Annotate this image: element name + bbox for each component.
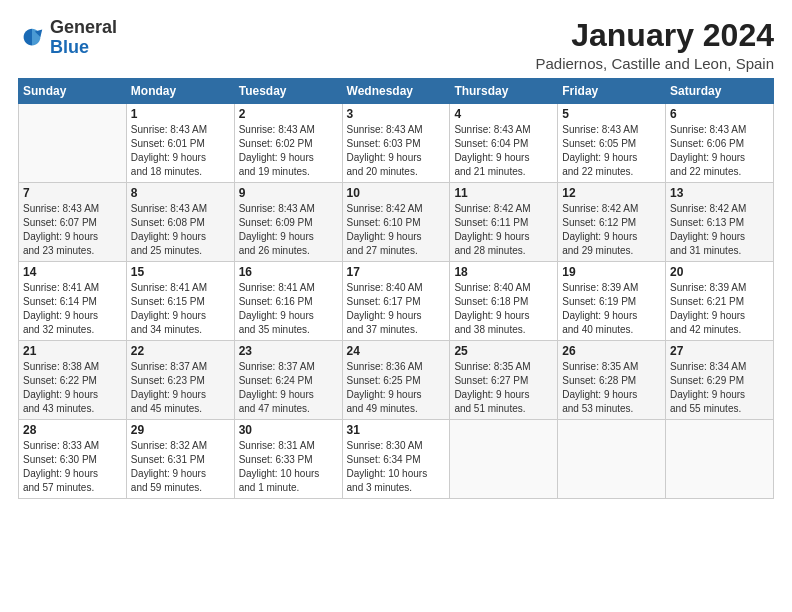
main-container: General Blue January 2024 Padiernos, Cas… <box>0 0 792 509</box>
day-number: 31 <box>347 423 446 437</box>
day-details: Sunrise: 8:42 AM Sunset: 6:11 PM Dayligh… <box>454 202 553 258</box>
day-details: Sunrise: 8:30 AM Sunset: 6:34 PM Dayligh… <box>347 439 446 495</box>
day-number: 18 <box>454 265 553 279</box>
day-details: Sunrise: 8:34 AM Sunset: 6:29 PM Dayligh… <box>670 360 769 416</box>
calendar-cell: 11Sunrise: 8:42 AM Sunset: 6:11 PM Dayli… <box>450 183 558 262</box>
day-number: 10 <box>347 186 446 200</box>
day-details: Sunrise: 8:38 AM Sunset: 6:22 PM Dayligh… <box>23 360 122 416</box>
logo-text: General Blue <box>50 18 117 58</box>
day-details: Sunrise: 8:43 AM Sunset: 6:05 PM Dayligh… <box>562 123 661 179</box>
logo-blue: Blue <box>50 37 89 57</box>
calendar-cell: 3Sunrise: 8:43 AM Sunset: 6:03 PM Daylig… <box>342 104 450 183</box>
day-number: 17 <box>347 265 446 279</box>
logo-icon <box>18 24 46 52</box>
calendar-cell: 8Sunrise: 8:43 AM Sunset: 6:08 PM Daylig… <box>126 183 234 262</box>
title-block: January 2024 Padiernos, Castille and Leo… <box>536 18 775 72</box>
weekday-header-saturday: Saturday <box>666 79 774 104</box>
day-number: 26 <box>562 344 661 358</box>
weekday-header-wednesday: Wednesday <box>342 79 450 104</box>
calendar-cell <box>450 420 558 499</box>
calendar-cell: 28Sunrise: 8:33 AM Sunset: 6:30 PM Dayli… <box>19 420 127 499</box>
day-number: 15 <box>131 265 230 279</box>
day-details: Sunrise: 8:31 AM Sunset: 6:33 PM Dayligh… <box>239 439 338 495</box>
calendar-cell: 9Sunrise: 8:43 AM Sunset: 6:09 PM Daylig… <box>234 183 342 262</box>
day-number: 9 <box>239 186 338 200</box>
calendar-cell: 10Sunrise: 8:42 AM Sunset: 6:10 PM Dayli… <box>342 183 450 262</box>
weekday-header-row: SundayMondayTuesdayWednesdayThursdayFrid… <box>19 79 774 104</box>
calendar-cell: 16Sunrise: 8:41 AM Sunset: 6:16 PM Dayli… <box>234 262 342 341</box>
day-number: 30 <box>239 423 338 437</box>
day-number: 5 <box>562 107 661 121</box>
calendar-cell: 27Sunrise: 8:34 AM Sunset: 6:29 PM Dayli… <box>666 341 774 420</box>
day-details: Sunrise: 8:43 AM Sunset: 6:09 PM Dayligh… <box>239 202 338 258</box>
calendar-week-row: 14Sunrise: 8:41 AM Sunset: 6:14 PM Dayli… <box>19 262 774 341</box>
day-number: 29 <box>131 423 230 437</box>
day-details: Sunrise: 8:43 AM Sunset: 6:03 PM Dayligh… <box>347 123 446 179</box>
calendar-week-row: 7Sunrise: 8:43 AM Sunset: 6:07 PM Daylig… <box>19 183 774 262</box>
day-details: Sunrise: 8:43 AM Sunset: 6:08 PM Dayligh… <box>131 202 230 258</box>
day-details: Sunrise: 8:43 AM Sunset: 6:04 PM Dayligh… <box>454 123 553 179</box>
calendar-cell: 14Sunrise: 8:41 AM Sunset: 6:14 PM Dayli… <box>19 262 127 341</box>
day-number: 28 <box>23 423 122 437</box>
day-number: 25 <box>454 344 553 358</box>
calendar-cell: 2Sunrise: 8:43 AM Sunset: 6:02 PM Daylig… <box>234 104 342 183</box>
header: General Blue January 2024 Padiernos, Cas… <box>18 18 774 72</box>
day-details: Sunrise: 8:33 AM Sunset: 6:30 PM Dayligh… <box>23 439 122 495</box>
calendar-cell: 17Sunrise: 8:40 AM Sunset: 6:17 PM Dayli… <box>342 262 450 341</box>
day-details: Sunrise: 8:36 AM Sunset: 6:25 PM Dayligh… <box>347 360 446 416</box>
day-details: Sunrise: 8:37 AM Sunset: 6:23 PM Dayligh… <box>131 360 230 416</box>
day-number: 12 <box>562 186 661 200</box>
calendar-cell: 18Sunrise: 8:40 AM Sunset: 6:18 PM Dayli… <box>450 262 558 341</box>
calendar-cell <box>558 420 666 499</box>
day-number: 27 <box>670 344 769 358</box>
day-details: Sunrise: 8:42 AM Sunset: 6:13 PM Dayligh… <box>670 202 769 258</box>
calendar-cell: 30Sunrise: 8:31 AM Sunset: 6:33 PM Dayli… <box>234 420 342 499</box>
calendar-cell: 12Sunrise: 8:42 AM Sunset: 6:12 PM Dayli… <box>558 183 666 262</box>
day-number: 4 <box>454 107 553 121</box>
weekday-header-sunday: Sunday <box>19 79 127 104</box>
calendar-week-row: 1Sunrise: 8:43 AM Sunset: 6:01 PM Daylig… <box>19 104 774 183</box>
day-details: Sunrise: 8:40 AM Sunset: 6:18 PM Dayligh… <box>454 281 553 337</box>
day-number: 20 <box>670 265 769 279</box>
calendar-week-row: 28Sunrise: 8:33 AM Sunset: 6:30 PM Dayli… <box>19 420 774 499</box>
day-number: 21 <box>23 344 122 358</box>
day-details: Sunrise: 8:43 AM Sunset: 6:06 PM Dayligh… <box>670 123 769 179</box>
day-details: Sunrise: 8:35 AM Sunset: 6:27 PM Dayligh… <box>454 360 553 416</box>
day-number: 2 <box>239 107 338 121</box>
calendar-cell: 26Sunrise: 8:35 AM Sunset: 6:28 PM Dayli… <box>558 341 666 420</box>
day-number: 13 <box>670 186 769 200</box>
calendar-cell: 19Sunrise: 8:39 AM Sunset: 6:19 PM Dayli… <box>558 262 666 341</box>
day-number: 23 <box>239 344 338 358</box>
day-details: Sunrise: 8:41 AM Sunset: 6:16 PM Dayligh… <box>239 281 338 337</box>
calendar-cell: 20Sunrise: 8:39 AM Sunset: 6:21 PM Dayli… <box>666 262 774 341</box>
calendar-table: SundayMondayTuesdayWednesdayThursdayFrid… <box>18 78 774 499</box>
day-number: 11 <box>454 186 553 200</box>
day-details: Sunrise: 8:37 AM Sunset: 6:24 PM Dayligh… <box>239 360 338 416</box>
day-details: Sunrise: 8:32 AM Sunset: 6:31 PM Dayligh… <box>131 439 230 495</box>
day-details: Sunrise: 8:42 AM Sunset: 6:10 PM Dayligh… <box>347 202 446 258</box>
logo-general: General <box>50 17 117 37</box>
calendar-cell: 22Sunrise: 8:37 AM Sunset: 6:23 PM Dayli… <box>126 341 234 420</box>
location-title: Padiernos, Castille and Leon, Spain <box>536 55 775 72</box>
day-details: Sunrise: 8:43 AM Sunset: 6:01 PM Dayligh… <box>131 123 230 179</box>
weekday-header-tuesday: Tuesday <box>234 79 342 104</box>
day-number: 19 <box>562 265 661 279</box>
day-details: Sunrise: 8:39 AM Sunset: 6:21 PM Dayligh… <box>670 281 769 337</box>
day-details: Sunrise: 8:41 AM Sunset: 6:15 PM Dayligh… <box>131 281 230 337</box>
calendar-cell: 15Sunrise: 8:41 AM Sunset: 6:15 PM Dayli… <box>126 262 234 341</box>
weekday-header-monday: Monday <box>126 79 234 104</box>
calendar-cell: 5Sunrise: 8:43 AM Sunset: 6:05 PM Daylig… <box>558 104 666 183</box>
day-number: 7 <box>23 186 122 200</box>
calendar-cell: 21Sunrise: 8:38 AM Sunset: 6:22 PM Dayli… <box>19 341 127 420</box>
day-number: 14 <box>23 265 122 279</box>
month-title: January 2024 <box>536 18 775 53</box>
calendar-cell: 25Sunrise: 8:35 AM Sunset: 6:27 PM Dayli… <box>450 341 558 420</box>
calendar-cell: 29Sunrise: 8:32 AM Sunset: 6:31 PM Dayli… <box>126 420 234 499</box>
calendar-cell: 4Sunrise: 8:43 AM Sunset: 6:04 PM Daylig… <box>450 104 558 183</box>
logo: General Blue <box>18 18 117 58</box>
calendar-cell: 13Sunrise: 8:42 AM Sunset: 6:13 PM Dayli… <box>666 183 774 262</box>
day-details: Sunrise: 8:39 AM Sunset: 6:19 PM Dayligh… <box>562 281 661 337</box>
calendar-cell: 24Sunrise: 8:36 AM Sunset: 6:25 PM Dayli… <box>342 341 450 420</box>
weekday-header-friday: Friday <box>558 79 666 104</box>
calendar-cell: 6Sunrise: 8:43 AM Sunset: 6:06 PM Daylig… <box>666 104 774 183</box>
